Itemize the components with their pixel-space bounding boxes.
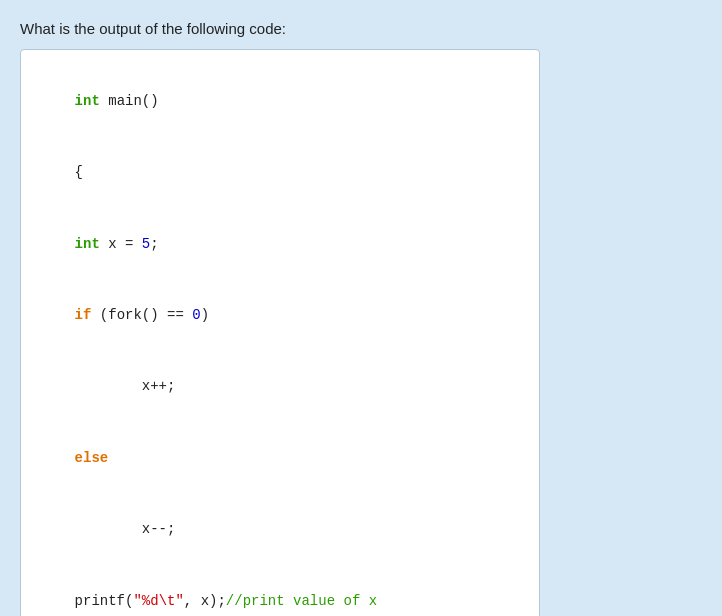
code-text: , x); (184, 593, 226, 609)
code-line-3: int x = 5; (41, 209, 519, 280)
question-text: What is the output of the following code… (20, 20, 702, 37)
keyword-else: else (75, 450, 109, 466)
code-line-8: printf("%d\t", x);//print value of x (41, 566, 519, 616)
code-box: int main() { int x = 5; if (fork() == 0)… (20, 49, 540, 616)
code-text: printf( (75, 593, 134, 609)
code-line-5: x++; (41, 352, 519, 423)
code-text: x++; (75, 378, 176, 394)
code-line-6: else (41, 423, 519, 494)
code-text: main() (100, 93, 159, 109)
keyword-if: if (75, 307, 92, 323)
num-5: 5 (142, 236, 150, 252)
comment-text: //print value of x (226, 593, 377, 609)
code-line-7: x--; (41, 494, 519, 565)
code-text: (fork() == (91, 307, 192, 323)
keyword-int-2: int (75, 236, 100, 252)
code-text: x--; (75, 521, 176, 537)
keyword-int-1: int (75, 93, 100, 109)
code-line-1: int main() (41, 66, 519, 137)
num-0: 0 (192, 307, 200, 323)
code-text: ) (201, 307, 209, 323)
code-text: x = (100, 236, 142, 252)
code-text: ; (150, 236, 158, 252)
code-line-2: { (41, 137, 519, 208)
code-line-4: if (fork() == 0) (41, 280, 519, 351)
string-format: "%d\t" (133, 593, 183, 609)
code-text: { (75, 164, 83, 180)
